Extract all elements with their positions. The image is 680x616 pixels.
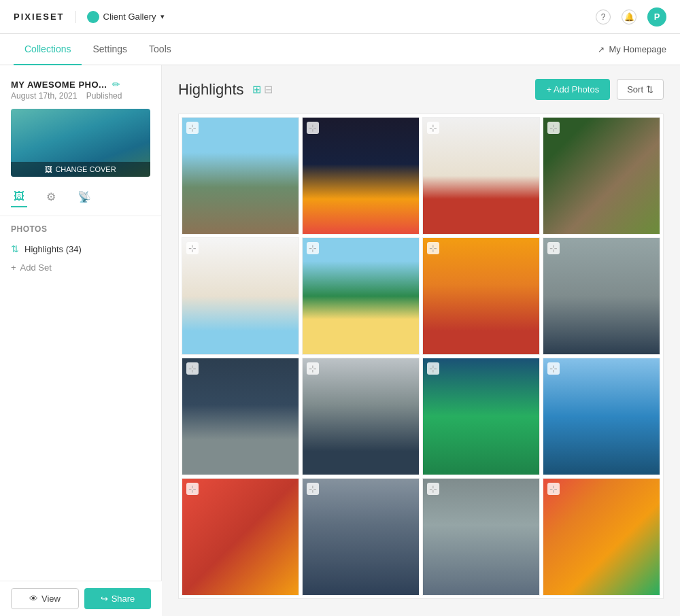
photo-cell[interactable]: ⊹ xyxy=(302,237,420,355)
photo-cell[interactable]: ⊹ xyxy=(302,117,420,235)
rss-tab-icon[interactable]: 📡 xyxy=(75,188,94,207)
page-layout: MY AWESOME PHO... ✏ August 17th, 2021 Pu… xyxy=(0,0,680,616)
view-icons: ⊞ ⊟ xyxy=(252,83,273,96)
drag-handle-icon[interactable]: ⊹ xyxy=(307,362,319,375)
set-name: Highlights (34) xyxy=(24,244,82,254)
gallery-meta: August 17th, 2021 Published xyxy=(0,90,161,109)
my-homepage-label: My Homepage xyxy=(609,44,666,54)
notifications-icon[interactable]: 🔔 xyxy=(622,10,636,24)
top-nav-left: PIXIESET Client Gallery ▾ xyxy=(14,11,165,23)
chevron-down-icon: ▾ xyxy=(160,12,165,21)
add-set-button[interactable]: + Add Set xyxy=(11,258,150,277)
gallery-switcher[interactable]: Client Gallery ▾ xyxy=(75,11,165,23)
add-set-label: Add Set xyxy=(20,262,52,273)
photos-label: Photos xyxy=(11,224,150,234)
share-button[interactable]: ↪ Share xyxy=(84,588,151,609)
drag-handle-icon[interactable]: ⊹ xyxy=(307,122,319,134)
drag-handle-icon[interactable]: ⊹ xyxy=(547,483,560,495)
plus-icon: + xyxy=(11,262,16,273)
view-button[interactable]: 👁 View xyxy=(11,588,79,609)
drag-handle-icon[interactable]: ⊹ xyxy=(186,483,199,495)
nav-tabs: Collections Settings Tools xyxy=(14,34,182,65)
photo-cell[interactable]: ⊹ xyxy=(543,358,660,475)
settings-tab-icon[interactable]: ⚙ xyxy=(44,188,58,207)
sidebar-bottom: 👁 View ↪ Share xyxy=(0,581,162,616)
photo-cell[interactable]: ⊹ xyxy=(422,478,540,596)
drag-handle-icon[interactable]: ⊹ xyxy=(427,122,439,134)
photo-cell[interactable]: ⊹ xyxy=(302,478,420,596)
external-link-icon: ↗ xyxy=(598,45,605,54)
photos-tab-icon[interactable]: 🖼 xyxy=(11,188,27,207)
photo-cell[interactable]: ⊹ xyxy=(422,237,540,355)
share-label: Share xyxy=(112,594,135,604)
sort-icon: ⇅ xyxy=(11,243,19,254)
tab-settings[interactable]: Settings xyxy=(82,34,138,65)
image-icon: 🖼 xyxy=(45,165,52,173)
photo-cell[interactable]: ⊹ xyxy=(182,237,299,355)
gallery-date: August 17th, 2021 xyxy=(11,91,77,101)
sidebar: MY AWESOME PHO... ✏ August 17th, 2021 Pu… xyxy=(0,65,162,616)
share-icon: ↪ xyxy=(101,594,108,604)
tab-collections[interactable]: Collections xyxy=(14,34,82,65)
drag-handle-icon[interactable]: ⊹ xyxy=(186,242,199,254)
gallery-header-left: Highlights ⊞ ⊟ xyxy=(178,81,273,99)
set-item-highlights[interactable]: ⇅ Highlights (34) xyxy=(11,239,150,258)
published-badge: Published xyxy=(86,91,122,101)
change-cover-label: CHANGE COVER xyxy=(55,165,116,173)
photo-cell[interactable]: ⊹ xyxy=(422,117,540,235)
add-photos-button[interactable]: + Add Photos xyxy=(535,79,610,100)
globe-icon xyxy=(87,11,99,23)
top-nav: PIXIESET Client Gallery ▾ ? 🔔 P xyxy=(0,0,680,34)
second-nav: Collections Settings Tools ↗ My Homepage xyxy=(0,34,680,65)
photo-cell[interactable]: ⊹ xyxy=(302,358,420,475)
photo-cell[interactable]: ⊹ xyxy=(543,117,660,235)
gallery-switcher-label: Client Gallery xyxy=(103,12,156,22)
drag-handle-icon[interactable]: ⊹ xyxy=(427,483,439,495)
my-homepage-link[interactable]: ↗ My Homepage xyxy=(598,44,666,54)
drag-handle-icon[interactable]: ⊹ xyxy=(307,483,319,495)
list-view-icon[interactable]: ⊟ xyxy=(264,83,273,96)
drag-handle-icon[interactable]: ⊹ xyxy=(186,362,199,375)
change-cover-overlay[interactable]: 🖼 CHANGE COVER xyxy=(11,162,150,177)
drag-handle-icon[interactable]: ⊹ xyxy=(547,122,560,134)
view-label: View xyxy=(41,594,61,604)
tab-tools[interactable]: Tools xyxy=(138,34,182,65)
gallery-title: MY AWESOME PHO... xyxy=(11,80,107,90)
help-icon[interactable]: ? xyxy=(596,10,611,24)
sort-chevron-icon: ⇅ xyxy=(646,84,653,95)
sort-label: Sort xyxy=(627,84,643,95)
photos-section: Photos ⇅ Highlights (34) + Add Set xyxy=(0,224,161,277)
photo-cell[interactable]: ⊹ xyxy=(422,358,540,475)
photo-cell[interactable]: ⊹ xyxy=(182,117,299,235)
top-nav-right: ? 🔔 P xyxy=(596,7,666,27)
grid-view-icon[interactable]: ⊞ xyxy=(252,83,261,96)
main-content: Highlights ⊞ ⊟ + Add Photos Sort ⇅ ⊹⊹⊹⊹⊹… xyxy=(162,65,680,616)
drag-handle-icon[interactable]: ⊹ xyxy=(307,242,319,254)
drag-handle-icon[interactable]: ⊹ xyxy=(427,362,439,375)
avatar[interactable]: P xyxy=(647,7,666,27)
photo-cell[interactable]: ⊹ xyxy=(543,478,660,596)
drag-handle-icon[interactable]: ⊹ xyxy=(186,122,199,134)
sort-button[interactable]: Sort ⇅ xyxy=(617,79,664,100)
photo-cell[interactable]: ⊹ xyxy=(543,237,660,355)
gallery-name: Highlights xyxy=(178,81,244,99)
gallery-header-right: + Add Photos Sort ⇅ xyxy=(535,79,664,100)
drag-handle-icon[interactable]: ⊹ xyxy=(547,242,560,254)
photo-cell[interactable]: ⊹ xyxy=(182,358,299,475)
photo-grid: ⊹⊹⊹⊹⊹⊹⊹⊹⊹⊹⊹⊹⊹⊹⊹⊹ xyxy=(178,114,664,599)
photo-cell[interactable]: ⊹ xyxy=(182,478,299,596)
gallery-header: Highlights ⊞ ⊟ + Add Photos Sort ⇅ xyxy=(178,79,664,100)
app-logo: PIXIESET xyxy=(14,12,65,22)
gallery-title-row: MY AWESOME PHO... ✏ xyxy=(0,79,161,90)
drag-handle-icon[interactable]: ⊹ xyxy=(547,362,560,375)
edit-icon[interactable]: ✏ xyxy=(112,79,120,90)
sidebar-icons: 🖼 ⚙ 📡 xyxy=(0,185,161,216)
drag-handle-icon[interactable]: ⊹ xyxy=(427,242,439,254)
eye-icon: 👁 xyxy=(29,594,38,604)
cover-image[interactable]: 🖼 CHANGE COVER xyxy=(11,109,150,177)
